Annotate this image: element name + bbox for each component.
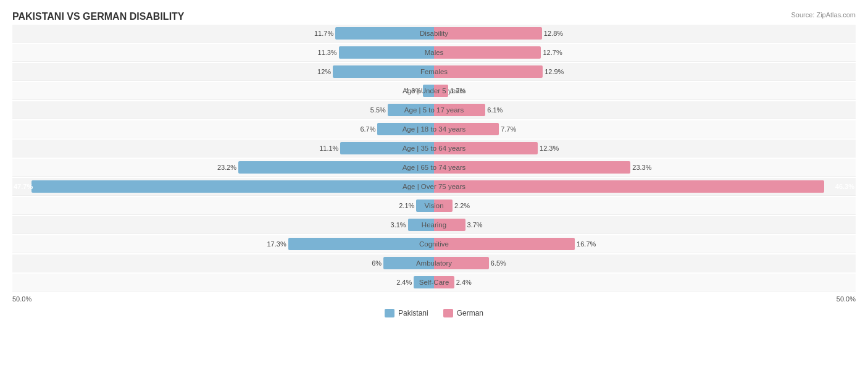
- legend-label-german: German: [457, 309, 483, 317]
- chart-title: PAKISTANI VS GERMAN DISABILITY: [12, 11, 185, 22]
- x-axis-right: 50.0%: [837, 295, 856, 303]
- source-text: Source: ZipAtlas.com: [791, 11, 856, 19]
- bar-row: 17.3% 16.7% Cognitive: [12, 235, 856, 253]
- legend-item-pakistani: Pakistani: [385, 309, 428, 317]
- bar-row: 6% 6.5% Ambulatory: [12, 254, 856, 272]
- bar-row: 47.7% 46.3% Age | Over 75 years: [12, 178, 856, 196]
- legend-color-pakistani: [385, 309, 394, 317]
- legend-item-german: German: [443, 309, 483, 317]
- legend: Pakistani German: [12, 309, 856, 317]
- x-axis: 50.0% 50.0%: [12, 293, 856, 306]
- bar-row: 1.3% 1.7% Age | Under 5 years: [12, 82, 856, 100]
- chart-area: 11.7% 12.8% Disability 11.3% 12.7% Males…: [12, 25, 856, 292]
- bar-row: 11.1% 12.3% Age | 35 to 64 years: [12, 140, 856, 158]
- bar-row: 11.3% 12.7% Males: [12, 44, 856, 62]
- bar-row: 6.7% 7.7% Age | 18 to 34 years: [12, 120, 856, 138]
- bar-row: 3.1% 3.7% Hearing: [12, 216, 856, 234]
- bar-row: 11.7% 12.8% Disability: [12, 25, 856, 43]
- chart-container: PAKISTANI VS GERMAN DISABILITY Source: Z…: [0, 0, 868, 336]
- bar-row: 5.5% 6.1% Age | 5 to 17 years: [12, 101, 856, 119]
- bar-row: 2.1% 2.2% Vision: [12, 197, 856, 215]
- bar-row: 23.2% 23.3% Age | 65 to 74 years: [12, 159, 856, 177]
- x-axis-left: 50.0%: [12, 295, 31, 303]
- legend-color-german: [443, 309, 453, 317]
- legend-label-pakistani: Pakistani: [398, 309, 428, 317]
- bar-row: 12% 12.9% Females: [12, 63, 856, 81]
- bar-row: 2.4% 2.4% Self-Care: [12, 274, 856, 292]
